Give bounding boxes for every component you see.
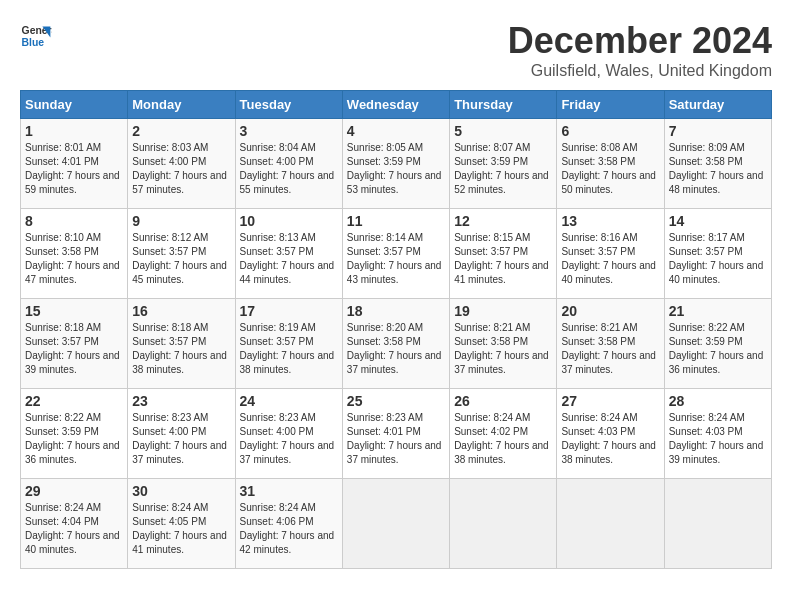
header: General Blue December 2024 Guilsfield, W…	[20, 20, 772, 80]
sunrise-label: Sunrise: 8:17 AM	[669, 232, 745, 243]
daylight-label: Daylight: 7 hours and 40 minutes.	[669, 260, 764, 285]
day-number: 21	[669, 303, 767, 319]
sunset-label: Sunset: 4:03 PM	[669, 426, 743, 437]
calendar-week-row: 29 Sunrise: 8:24 AM Sunset: 4:04 PM Dayl…	[21, 479, 772, 569]
day-info: Sunrise: 8:23 AM Sunset: 4:01 PM Dayligh…	[347, 411, 445, 467]
daylight-label: Daylight: 7 hours and 37 minutes.	[454, 350, 549, 375]
sunrise-label: Sunrise: 8:05 AM	[347, 142, 423, 153]
calendar-day-cell: 2 Sunrise: 8:03 AM Sunset: 4:00 PM Dayli…	[128, 119, 235, 209]
day-number: 14	[669, 213, 767, 229]
calendar-day-cell: 15 Sunrise: 8:18 AM Sunset: 3:57 PM Dayl…	[21, 299, 128, 389]
sunset-label: Sunset: 4:01 PM	[25, 156, 99, 167]
sunrise-label: Sunrise: 8:14 AM	[347, 232, 423, 243]
sunset-label: Sunset: 3:58 PM	[561, 336, 635, 347]
sunrise-label: Sunrise: 8:24 AM	[240, 502, 316, 513]
sunset-label: Sunset: 4:06 PM	[240, 516, 314, 527]
calendar-day-cell: 1 Sunrise: 8:01 AM Sunset: 4:01 PM Dayli…	[21, 119, 128, 209]
sunset-label: Sunset: 4:00 PM	[132, 426, 206, 437]
sunrise-label: Sunrise: 8:19 AM	[240, 322, 316, 333]
calendar-day-cell: 28 Sunrise: 8:24 AM Sunset: 4:03 PM Dayl…	[664, 389, 771, 479]
day-info: Sunrise: 8:01 AM Sunset: 4:01 PM Dayligh…	[25, 141, 123, 197]
calendar-day-cell: 7 Sunrise: 8:09 AM Sunset: 3:58 PM Dayli…	[664, 119, 771, 209]
calendar-day-cell: 24 Sunrise: 8:23 AM Sunset: 4:00 PM Dayl…	[235, 389, 342, 479]
sunset-label: Sunset: 3:57 PM	[25, 336, 99, 347]
day-number: 10	[240, 213, 338, 229]
sunrise-label: Sunrise: 8:23 AM	[240, 412, 316, 423]
daylight-label: Daylight: 7 hours and 37 minutes.	[561, 350, 656, 375]
calendar-day-cell: 31 Sunrise: 8:24 AM Sunset: 4:06 PM Dayl…	[235, 479, 342, 569]
sunset-label: Sunset: 3:58 PM	[25, 246, 99, 257]
daylight-label: Daylight: 7 hours and 50 minutes.	[561, 170, 656, 195]
sunrise-label: Sunrise: 8:07 AM	[454, 142, 530, 153]
sunrise-label: Sunrise: 8:18 AM	[132, 322, 208, 333]
daylight-label: Daylight: 7 hours and 37 minutes.	[240, 440, 335, 465]
calendar-day-cell: 3 Sunrise: 8:04 AM Sunset: 4:00 PM Dayli…	[235, 119, 342, 209]
day-number: 7	[669, 123, 767, 139]
sunset-label: Sunset: 3:57 PM	[454, 246, 528, 257]
day-info: Sunrise: 8:24 AM Sunset: 4:03 PM Dayligh…	[561, 411, 659, 467]
sunset-label: Sunset: 3:58 PM	[561, 156, 635, 167]
sunrise-label: Sunrise: 8:16 AM	[561, 232, 637, 243]
daylight-label: Daylight: 7 hours and 53 minutes.	[347, 170, 442, 195]
daylight-label: Daylight: 7 hours and 55 minutes.	[240, 170, 335, 195]
day-number: 13	[561, 213, 659, 229]
day-number: 30	[132, 483, 230, 499]
day-number: 17	[240, 303, 338, 319]
day-info: Sunrise: 8:22 AM Sunset: 3:59 PM Dayligh…	[669, 321, 767, 377]
sunset-label: Sunset: 3:57 PM	[561, 246, 635, 257]
calendar-day-cell: 9 Sunrise: 8:12 AM Sunset: 3:57 PM Dayli…	[128, 209, 235, 299]
day-info: Sunrise: 8:24 AM Sunset: 4:02 PM Dayligh…	[454, 411, 552, 467]
weekday-header: Saturday	[664, 91, 771, 119]
day-info: Sunrise: 8:14 AM Sunset: 3:57 PM Dayligh…	[347, 231, 445, 287]
sunrise-label: Sunrise: 8:20 AM	[347, 322, 423, 333]
sunset-label: Sunset: 3:59 PM	[347, 156, 421, 167]
calendar-day-cell	[342, 479, 449, 569]
weekday-header: Wednesday	[342, 91, 449, 119]
day-number: 5	[454, 123, 552, 139]
day-info: Sunrise: 8:15 AM Sunset: 3:57 PM Dayligh…	[454, 231, 552, 287]
daylight-label: Daylight: 7 hours and 37 minutes.	[132, 440, 227, 465]
day-number: 20	[561, 303, 659, 319]
sunset-label: Sunset: 3:57 PM	[669, 246, 743, 257]
day-info: Sunrise: 8:12 AM Sunset: 3:57 PM Dayligh…	[132, 231, 230, 287]
calendar-day-cell: 21 Sunrise: 8:22 AM Sunset: 3:59 PM Dayl…	[664, 299, 771, 389]
day-info: Sunrise: 8:18 AM Sunset: 3:57 PM Dayligh…	[25, 321, 123, 377]
day-number: 4	[347, 123, 445, 139]
sunset-label: Sunset: 3:59 PM	[454, 156, 528, 167]
daylight-label: Daylight: 7 hours and 37 minutes.	[347, 350, 442, 375]
sunset-label: Sunset: 3:57 PM	[240, 336, 314, 347]
day-info: Sunrise: 8:16 AM Sunset: 3:57 PM Dayligh…	[561, 231, 659, 287]
day-info: Sunrise: 8:22 AM Sunset: 3:59 PM Dayligh…	[25, 411, 123, 467]
sunrise-label: Sunrise: 8:24 AM	[25, 502, 101, 513]
day-number: 12	[454, 213, 552, 229]
weekday-header: Thursday	[450, 91, 557, 119]
daylight-label: Daylight: 7 hours and 37 minutes.	[347, 440, 442, 465]
calendar-day-cell: 11 Sunrise: 8:14 AM Sunset: 3:57 PM Dayl…	[342, 209, 449, 299]
sunset-label: Sunset: 4:01 PM	[347, 426, 421, 437]
daylight-label: Daylight: 7 hours and 40 minutes.	[25, 530, 120, 555]
calendar-day-cell: 16 Sunrise: 8:18 AM Sunset: 3:57 PM Dayl…	[128, 299, 235, 389]
daylight-label: Daylight: 7 hours and 38 minutes.	[454, 440, 549, 465]
sunset-label: Sunset: 3:57 PM	[347, 246, 421, 257]
sunrise-label: Sunrise: 8:13 AM	[240, 232, 316, 243]
sunset-label: Sunset: 3:58 PM	[347, 336, 421, 347]
daylight-label: Daylight: 7 hours and 36 minutes.	[669, 350, 764, 375]
daylight-label: Daylight: 7 hours and 39 minutes.	[669, 440, 764, 465]
day-number: 1	[25, 123, 123, 139]
day-number: 6	[561, 123, 659, 139]
calendar-day-cell	[450, 479, 557, 569]
sunset-label: Sunset: 4:00 PM	[240, 156, 314, 167]
day-info: Sunrise: 8:23 AM Sunset: 4:00 PM Dayligh…	[240, 411, 338, 467]
sunrise-label: Sunrise: 8:23 AM	[132, 412, 208, 423]
calendar-week-row: 1 Sunrise: 8:01 AM Sunset: 4:01 PM Dayli…	[21, 119, 772, 209]
sunrise-label: Sunrise: 8:18 AM	[25, 322, 101, 333]
calendar-day-cell: 14 Sunrise: 8:17 AM Sunset: 3:57 PM Dayl…	[664, 209, 771, 299]
daylight-label: Daylight: 7 hours and 38 minutes.	[561, 440, 656, 465]
sunset-label: Sunset: 4:00 PM	[132, 156, 206, 167]
sunset-label: Sunset: 3:59 PM	[25, 426, 99, 437]
calendar-day-cell: 6 Sunrise: 8:08 AM Sunset: 3:58 PM Dayli…	[557, 119, 664, 209]
calendar-day-cell: 13 Sunrise: 8:16 AM Sunset: 3:57 PM Dayl…	[557, 209, 664, 299]
daylight-label: Daylight: 7 hours and 38 minutes.	[132, 350, 227, 375]
calendar-day-cell: 17 Sunrise: 8:19 AM Sunset: 3:57 PM Dayl…	[235, 299, 342, 389]
calendar-day-cell: 10 Sunrise: 8:13 AM Sunset: 3:57 PM Dayl…	[235, 209, 342, 299]
